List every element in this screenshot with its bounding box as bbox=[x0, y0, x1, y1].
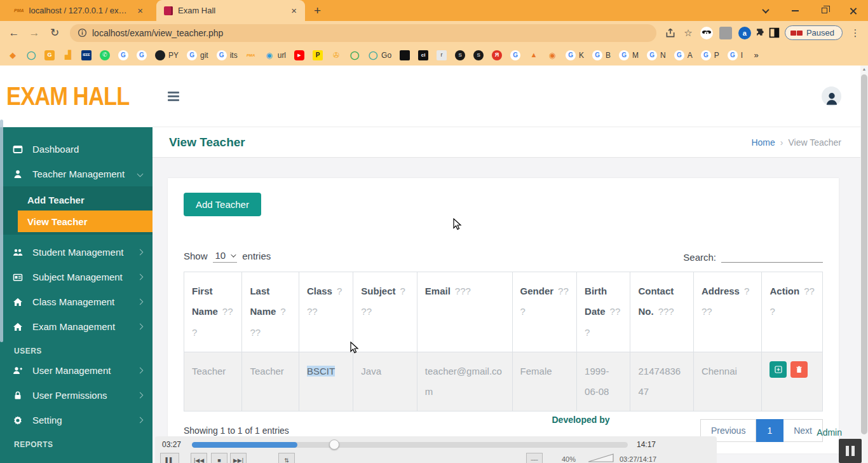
seek-bar[interactable] bbox=[192, 442, 628, 448]
user-avatar[interactable] bbox=[822, 86, 841, 106]
volume-slider-icon[interactable] bbox=[588, 453, 614, 463]
back-button[interactable]: ← bbox=[5, 27, 23, 39]
panda-extension-icon[interactable] bbox=[700, 27, 713, 39]
bookmark-pma[interactable]: PMA bbox=[246, 50, 256, 60]
forward-button[interactable]: → bbox=[25, 27, 43, 39]
tab-close-icon[interactable]: × bbox=[135, 5, 145, 16]
sidebar-item-setting[interactable]: Setting bbox=[0, 408, 153, 432]
sidebar-item-teacher-management[interactable]: Teacher Management bbox=[0, 162, 153, 186]
recorder-paused-button[interactable]: Paused bbox=[785, 25, 843, 40]
breadcrumb-home-link[interactable]: Home bbox=[751, 137, 775, 148]
bookmark-chev[interactable]: » bbox=[751, 50, 761, 60]
a-extension-icon[interactable]: a bbox=[738, 27, 751, 39]
sidebar-scrollbar[interactable] bbox=[0, 120, 3, 342]
sidebar-item-student-management[interactable]: Student Management bbox=[0, 240, 153, 265]
bookmark-google[interactable]: G bbox=[118, 50, 128, 60]
col-address[interactable]: Address??? bbox=[693, 272, 762, 352]
fast-forward-button[interactable]: ▶▶| bbox=[230, 453, 247, 463]
bookmark-eye[interactable]: ◉ bbox=[547, 50, 557, 60]
bookmark-google[interactable]: Ggit bbox=[187, 50, 208, 60]
bookmark-s-black[interactable]: S bbox=[473, 50, 484, 60]
col-last-name[interactable]: Last Name??? bbox=[242, 272, 299, 352]
bookmark-google[interactable]: GK bbox=[566, 50, 584, 60]
bookmark-p-yellow[interactable]: P bbox=[313, 50, 323, 60]
tab-close-icon[interactable]: × bbox=[289, 5, 299, 16]
bookmark-runner[interactable]: r bbox=[437, 50, 447, 60]
sidebar-item-exam-management[interactable]: Exam Management bbox=[0, 314, 153, 339]
col-action[interactable]: Action??? bbox=[762, 272, 823, 352]
bookmark-yt[interactable]: ▶ bbox=[294, 50, 304, 60]
bookmark-wa[interactable]: ✆ bbox=[100, 50, 110, 60]
bookmark-google[interactable]: G bbox=[137, 50, 147, 60]
sidebar-item-user-permissions[interactable]: User Permissions bbox=[0, 383, 153, 408]
bookmark-google[interactable]: GB bbox=[592, 50, 611, 60]
entries-length-select[interactable]: 10 bbox=[213, 249, 238, 263]
bookmark-bars[interactable]: ▟ bbox=[63, 50, 73, 60]
hamburger-menu-icon[interactable] bbox=[168, 92, 179, 101]
window-minimize-button[interactable] bbox=[780, 0, 810, 21]
bookmark-google[interactable]: G bbox=[510, 50, 520, 60]
bookmark-bird[interactable] bbox=[400, 50, 410, 60]
col-contact-no[interactable]: Contact No.??? bbox=[630, 272, 693, 352]
add-teacher-button[interactable]: Add Teacher bbox=[184, 193, 261, 216]
search-input[interactable] bbox=[721, 250, 823, 263]
page-1-button[interactable]: 1 bbox=[756, 419, 783, 442]
browser-menu-kebab-icon[interactable]: ⋮ bbox=[848, 27, 863, 39]
col-subject[interactable]: Subject??? bbox=[353, 272, 417, 352]
scroll-up-icon[interactable]: ▲ bbox=[860, 67, 868, 71]
col-birth-date[interactable]: Birth Date??? bbox=[577, 272, 630, 352]
rewind-button[interactable]: |◀◀ bbox=[191, 453, 207, 463]
bookmark-diamond[interactable]: ◆ bbox=[8, 50, 18, 60]
bookmark-matlab[interactable]: ▲ bbox=[529, 50, 539, 60]
reload-button[interactable]: ↻ bbox=[46, 26, 64, 39]
puzzle-extensions-icon[interactable] bbox=[756, 27, 766, 38]
bookmark-star-icon[interactable]: ☆ bbox=[681, 27, 696, 39]
bookmark-ieee[interactable]: IEEE bbox=[81, 50, 92, 60]
profile-extension-icon[interactable] bbox=[719, 27, 732, 39]
bookmark-camera[interactable]: ✇ bbox=[331, 50, 341, 60]
stop-button[interactable]: ■ bbox=[211, 453, 227, 463]
seek-thumb[interactable] bbox=[329, 439, 339, 450]
sidebar-item-add-teacher[interactable]: Add Teacher bbox=[0, 189, 153, 211]
bookmark-google[interactable]: Gits bbox=[217, 50, 238, 60]
reading-list-icon[interactable] bbox=[769, 27, 780, 38]
tab-phpmyadmin[interactable]: PMA localhost / 127.0.0.1 / examhall / × bbox=[6, 0, 151, 21]
admin-link[interactable]: Admin bbox=[817, 427, 842, 438]
new-tab-button[interactable]: + bbox=[314, 4, 321, 18]
bookmark-ring-green[interactable]: ◯ bbox=[349, 50, 360, 60]
window-close-button[interactable] bbox=[839, 0, 868, 21]
bookmark-yandex[interactable]: Я bbox=[492, 50, 502, 60]
bookmark-box-orange[interactable]: G bbox=[44, 50, 55, 60]
pause-button[interactable]: ▌▌ bbox=[160, 453, 179, 463]
url-text[interactable]: localhost/exam/view_teacher.php bbox=[92, 28, 223, 38]
recorder-pause-overlay-button[interactable] bbox=[839, 439, 862, 463]
bookmark-google[interactable]: GI bbox=[728, 50, 743, 60]
share-icon[interactable] bbox=[663, 27, 678, 39]
window-menu-chevron-icon[interactable] bbox=[751, 0, 780, 21]
page-scrollbar[interactable]: ▲ bbox=[860, 66, 868, 463]
address-bar[interactable]: localhost/exam/view_teacher.php bbox=[70, 24, 656, 42]
edit-button[interactable] bbox=[770, 361, 787, 378]
sidebar-item-user-management[interactable]: User Management bbox=[0, 358, 153, 383]
bookmark-github[interactable]: PY bbox=[155, 50, 179, 60]
sidebar-item-subject-management[interactable]: Subject Management bbox=[0, 265, 153, 289]
bookmark-wifi[interactable]: ◉url bbox=[264, 50, 286, 60]
sidebar-item-view-teacher[interactable]: View Teacher bbox=[18, 211, 153, 232]
delete-button[interactable] bbox=[790, 361, 808, 378]
sidebar-item-class-management[interactable]: Class Management bbox=[0, 289, 153, 314]
bookmark-ring-teal[interactable]: ◯ bbox=[26, 50, 36, 60]
subtitle-button[interactable]: ┄┄ bbox=[526, 453, 543, 463]
bookmark-google[interactable]: GM bbox=[619, 50, 639, 60]
tab-exam-hall[interactable]: Exam Hall × bbox=[156, 0, 305, 21]
col-first-name[interactable]: First Name??? bbox=[184, 272, 242, 352]
window-maximize-button[interactable] bbox=[810, 0, 839, 21]
col-class[interactable]: Class??? bbox=[299, 272, 353, 352]
site-info-icon[interactable] bbox=[78, 28, 87, 38]
scrollbar-thumb[interactable] bbox=[861, 74, 867, 434]
sidebar-item-dashboard[interactable]: Dashboard bbox=[0, 137, 153, 162]
bookmark-google[interactable]: GP bbox=[701, 50, 719, 60]
bookmark-cl[interactable]: cl bbox=[418, 50, 428, 60]
step-button[interactable]: ⇅ bbox=[278, 453, 295, 463]
col-gender[interactable]: Gender??? bbox=[512, 272, 577, 352]
col-email[interactable]: Email??? bbox=[417, 272, 512, 352]
